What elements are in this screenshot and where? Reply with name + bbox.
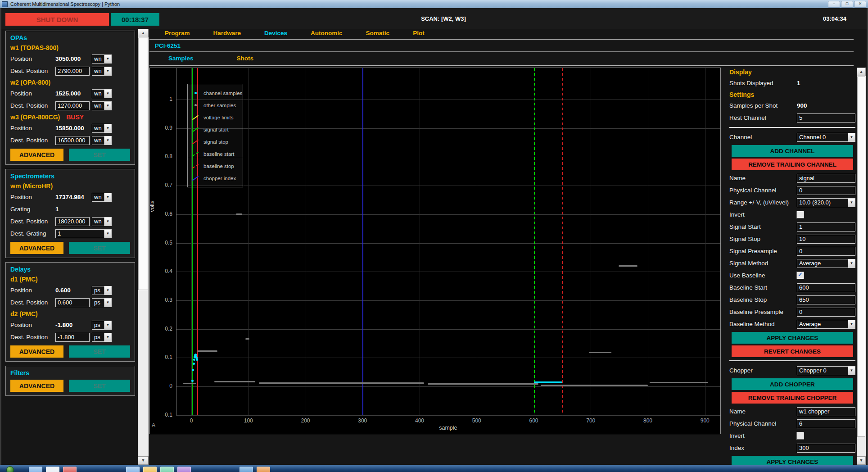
physical-channel-input[interactable] [797, 186, 855, 195]
taskbar-app-icon[interactable] [63, 467, 77, 472]
chevron-down-icon[interactable]: ▼ [104, 230, 111, 238]
d1-pmc-dest-position-input[interactable] [55, 298, 90, 307]
set-button[interactable]: SET [69, 149, 130, 161]
physical-channel-input[interactable] [797, 419, 855, 428]
scroll-up-icon[interactable]: ▲ [857, 68, 866, 76]
advanced-button[interactable]: ADVANCED [10, 242, 63, 254]
name-input[interactable] [797, 407, 855, 416]
taskbar-app-icon[interactable] [257, 467, 270, 472]
apply-changes-button[interactable]: APPLY CHANGES [732, 332, 853, 344]
w1-topas-800-dest-position-input[interactable] [55, 67, 90, 76]
chevron-down-icon[interactable]: ▼ [104, 102, 111, 110]
chevron-down-icon[interactable]: ▼ [104, 286, 111, 295]
close-button[interactable]: ✕ [854, 1, 866, 8]
tab-pci-6251[interactable]: PCI-6251 [155, 42, 181, 49]
add-channel-button[interactable]: ADD CHANNEL [732, 145, 853, 157]
start-button-icon[interactable] [6, 466, 14, 472]
chevron-down-icon[interactable]: ▼ [104, 321, 111, 329]
advanced-button[interactable]: ADVANCED [10, 380, 63, 392]
scroll-up-icon[interactable]: ▲ [138, 29, 149, 37]
index-input[interactable] [797, 444, 855, 453]
tab-hardware[interactable]: Hardware [213, 30, 241, 38]
w2-opa-800-dest-position-input[interactable] [55, 101, 90, 110]
tab-shots[interactable]: Shots [237, 55, 254, 62]
chevron-down-icon[interactable]: ▼ [848, 259, 855, 268]
chevron-down-icon[interactable]: ▼ [848, 199, 855, 207]
chevron-down-icon[interactable]: ▼ [848, 320, 855, 328]
chevron-down-icon[interactable]: ▼ [104, 193, 111, 201]
unit-select[interactable]: ps▼ [92, 298, 112, 307]
wm-microhr-dest-grating-select[interactable]: 1▼ [55, 229, 112, 238]
unit-select[interactable]: wn▼ [92, 124, 112, 133]
unit-select[interactable]: wn▼ [92, 136, 112, 145]
chevron-down-icon[interactable]: ▼ [104, 299, 111, 307]
remove-trailing-channel-button[interactable]: REMOVE TRAILING CHANNEL [732, 159, 853, 170]
unit-select[interactable]: wn▼ [92, 193, 112, 202]
sidebar-scrollbar-thumb[interactable] [138, 38, 148, 290]
unit-select[interactable]: wn▼ [92, 217, 112, 226]
invert-checkbox[interactable] [797, 211, 804, 218]
samples-plot[interactable]: -0.100.10.20.30.40.50.60.70.80.910100200… [149, 68, 721, 434]
range-v-uv-level-select[interactable]: 10.0 (320.0)▼ [797, 198, 855, 207]
tab-samples[interactable]: Samples [168, 55, 194, 62]
chevron-down-icon[interactable]: ▼ [104, 136, 111, 145]
tab-devices[interactable]: Devices [264, 30, 287, 38]
chevron-down-icon[interactable]: ▼ [104, 55, 111, 63]
name-input[interactable] [797, 174, 855, 183]
taskbar-app-icon[interactable] [240, 467, 253, 472]
tab-program[interactable]: Program [165, 30, 190, 38]
settings-scrollbar-thumb[interactable] [857, 77, 865, 437]
advanced-button[interactable]: ADVANCED [10, 149, 63, 161]
sidebar-scrollbar[interactable]: ▲ ▼ [138, 29, 149, 465]
advanced-button[interactable]: ADVANCED [10, 345, 63, 358]
rest-channel-input[interactable] [797, 113, 855, 123]
baseline-start-input[interactable] [797, 283, 855, 292]
invert-checkbox[interactable] [797, 432, 804, 439]
chevron-down-icon[interactable]: ▼ [104, 90, 111, 98]
scroll-down-icon[interactable]: ▼ [857, 456, 866, 465]
chevron-down-icon[interactable]: ▼ [104, 124, 111, 132]
baseline-stop-input[interactable] [797, 295, 855, 304]
add-chopper-button[interactable]: ADD CHOPPER [732, 378, 853, 390]
revert-changes-button[interactable]: REVERT CHANGES [732, 345, 853, 357]
d2-pmc-dest-position-input[interactable] [55, 333, 90, 342]
use-baseline-checkbox[interactable] [797, 272, 804, 279]
unit-select[interactable]: ps▼ [92, 321, 112, 330]
taskbar-app-icon[interactable] [126, 467, 140, 472]
unit-select[interactable]: wn▼ [92, 101, 112, 110]
minimize-button[interactable]: – [828, 1, 840, 8]
remove-trailing-chopper-button[interactable]: REMOVE TRAILING CHOPPER [732, 392, 853, 404]
baseline-presample-input[interactable] [797, 308, 855, 317]
signal-stop-input[interactable] [797, 235, 855, 244]
chevron-down-icon[interactable]: ▼ [848, 133, 855, 141]
autoscale-button[interactable]: A [152, 422, 155, 428]
channel-select[interactable]: Channel 0▼ [797, 133, 855, 142]
taskbar-app-icon[interactable] [29, 467, 42, 472]
baseline-method-select[interactable]: Average▼ [797, 320, 855, 329]
signal-start-input[interactable] [797, 222, 855, 231]
set-button[interactable]: SET [69, 242, 130, 254]
unit-select[interactable]: wn▼ [92, 89, 112, 98]
chevron-down-icon[interactable]: ▼ [104, 67, 111, 75]
tab-plot[interactable]: Plot [413, 30, 425, 38]
wm-microhr-dest-position-input[interactable] [55, 217, 90, 226]
taskbar-app-icon[interactable] [177, 467, 191, 472]
chevron-down-icon[interactable]: ▼ [104, 218, 111, 226]
set-button[interactable]: SET [69, 380, 130, 392]
chevron-down-icon[interactable]: ▼ [104, 333, 111, 341]
unit-select[interactable]: ps▼ [92, 333, 112, 342]
unit-select[interactable]: wn▼ [92, 54, 112, 64]
maximize-button[interactable]: □ [841, 1, 853, 8]
taskbar-app-icon[interactable] [46, 467, 59, 472]
w3-opa-800cg-dest-position-input[interactable] [55, 136, 90, 145]
shutdown-button[interactable]: SHUT DOWN [5, 13, 109, 26]
taskbar-app-icon[interactable] [143, 467, 157, 472]
unit-select[interactable]: wn▼ [92, 67, 112, 76]
tab-somatic[interactable]: Somatic [366, 30, 390, 38]
tab-autonomic[interactable]: Autonomic [311, 30, 343, 38]
os-taskbar[interactable] [0, 465, 868, 472]
scroll-down-icon[interactable]: ▼ [138, 456, 149, 465]
signal-method-select[interactable]: Average▼ [797, 259, 855, 268]
signal-presample-input[interactable] [797, 247, 855, 256]
set-button[interactable]: SET [69, 345, 130, 358]
